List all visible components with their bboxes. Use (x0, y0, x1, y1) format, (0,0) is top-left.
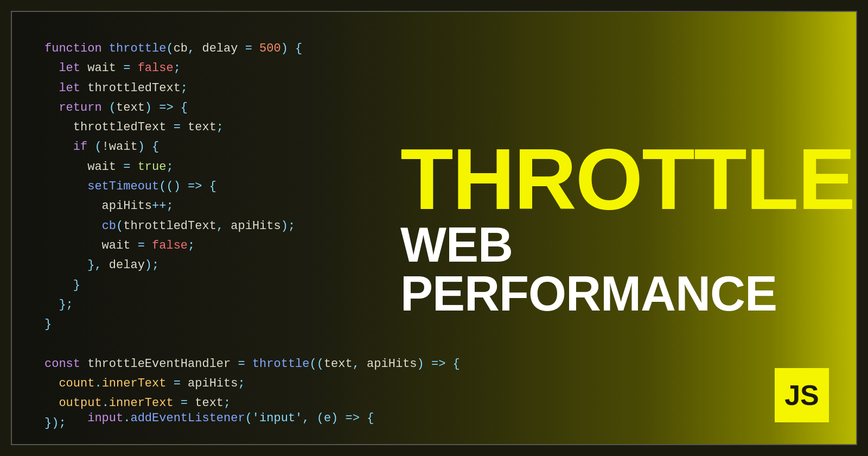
code-line-3: let throttledText; (44, 79, 365, 98)
code-line-17: const throttleEventHandler = throttle((t… (44, 354, 365, 374)
code-line-10: cb(throttledText, apiHits); (44, 217, 365, 236)
code-line-1: function throttle(cb, delay = 500) { (44, 39, 365, 59)
code-line-2: let wait = false; (44, 59, 365, 78)
bottom-code: input.addEventListener('input', (e) => { (12, 398, 392, 444)
code-line-15: } (44, 315, 365, 334)
code-line-blank (44, 334, 365, 354)
code-line-13: } (44, 276, 365, 295)
code-line-11: wait = false; (44, 236, 365, 256)
code-line-12: }, delay); (44, 256, 365, 275)
code-line-14: }; (44, 295, 365, 315)
code-line-7: wait = true; (44, 157, 365, 177)
code-line-4: return (text) => { (44, 98, 365, 118)
main-container: function throttle(cb, delay = 500) { let… (11, 11, 857, 445)
code-line-6: if (!wait) { (44, 137, 365, 157)
title-web-performance: WEB PERFORMANCE (400, 220, 824, 318)
code-line-18: count.innerText = apiHits; (44, 374, 365, 394)
code-panel: function throttle(cb, delay = 500) { let… (12, 12, 381, 444)
code-line-5: throttledText = text; (44, 118, 365, 137)
code-line-8: setTimeout(() => { (44, 177, 365, 197)
js-badge-text: JS (784, 379, 819, 411)
title-throttle: THROTTLE (400, 138, 854, 220)
js-badge: JS (775, 368, 829, 422)
code-line-9: apiHits++; (44, 197, 365, 216)
